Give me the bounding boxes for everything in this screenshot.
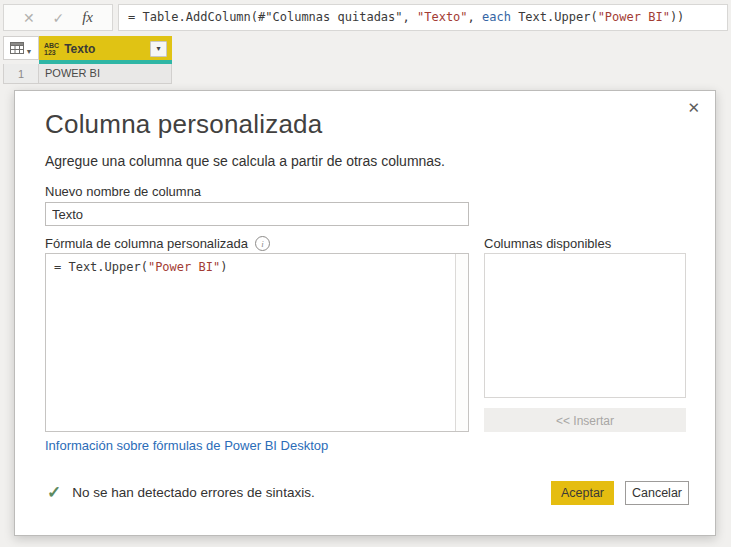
row-number: 1 bbox=[3, 64, 39, 84]
insert-button[interactable]: << Insertar bbox=[484, 408, 686, 432]
cancel-entry-icon[interactable]: ✕ bbox=[23, 10, 35, 26]
syntax-status: ✓ No se han detectado errores de sintaxi… bbox=[47, 482, 315, 503]
new-column-name-label: Nuevo nombre de columna bbox=[45, 184, 201, 199]
table-menu-button[interactable]: ▼ bbox=[3, 36, 39, 60]
confirm-entry-icon[interactable]: ✓ bbox=[53, 10, 65, 26]
chevron-down-icon: ▾ bbox=[156, 44, 160, 53]
cancel-button[interactable]: Cancelar bbox=[625, 481, 689, 505]
formula-editor[interactable]: = Text.Upper("Power BI") bbox=[45, 253, 469, 432]
preview-grid: ▼ ABC 123 Texto ▾ 1 POWER BI bbox=[3, 36, 172, 84]
dialog-title: Columna personalizada bbox=[45, 109, 322, 140]
editor-scrollbar[interactable] bbox=[455, 254, 468, 431]
cell-texto[interactable]: POWER BI bbox=[39, 64, 172, 84]
syntax-status-text: No se han detectado errores de sintaxis. bbox=[72, 485, 314, 500]
chevron-down-icon: ▼ bbox=[26, 48, 33, 55]
accept-button[interactable]: Aceptar bbox=[551, 481, 614, 505]
custom-formula-label: Fórmula de columna personalizada i bbox=[45, 236, 270, 251]
table-row: 1 POWER BI bbox=[3, 64, 172, 84]
available-columns-label: Columnas disponibles bbox=[484, 236, 611, 251]
check-icon: ✓ bbox=[47, 482, 61, 503]
text-type-icon: ABC 123 bbox=[44, 42, 59, 56]
power-query-window: ✕ ✓ fx = Table.AddColumn(#"Columnas quit… bbox=[0, 0, 731, 547]
info-icon[interactable]: i bbox=[255, 236, 270, 251]
column-filter-button[interactable]: ▾ bbox=[150, 41, 167, 57]
formula-bar: ✕ ✓ fx = Table.AddColumn(#"Columnas quit… bbox=[3, 4, 728, 31]
formula-editor-code[interactable]: = Text.Upper("Power BI") bbox=[46, 254, 454, 431]
formula-bar-input[interactable]: = Table.AddColumn(#"Columnas quitadas", … bbox=[118, 4, 728, 31]
custom-column-dialog: ✕ Columna personalizada Agregue una colu… bbox=[14, 90, 716, 536]
available-columns-list[interactable] bbox=[484, 253, 686, 398]
fx-icon: fx bbox=[82, 9, 93, 26]
formula-help-link[interactable]: Información sobre fórmulas de Power BI D… bbox=[45, 438, 328, 453]
dialog-subtitle: Agregue una columna que se calcula a par… bbox=[45, 153, 445, 169]
new-column-name-input[interactable] bbox=[45, 202, 469, 226]
formula-bar-actions: ✕ ✓ fx bbox=[3, 4, 113, 31]
table-icon bbox=[10, 42, 24, 54]
close-icon[interactable]: ✕ bbox=[687, 100, 700, 115]
column-title: Texto bbox=[64, 42, 95, 56]
column-header-texto[interactable]: ABC 123 Texto ▾ bbox=[39, 36, 172, 60]
